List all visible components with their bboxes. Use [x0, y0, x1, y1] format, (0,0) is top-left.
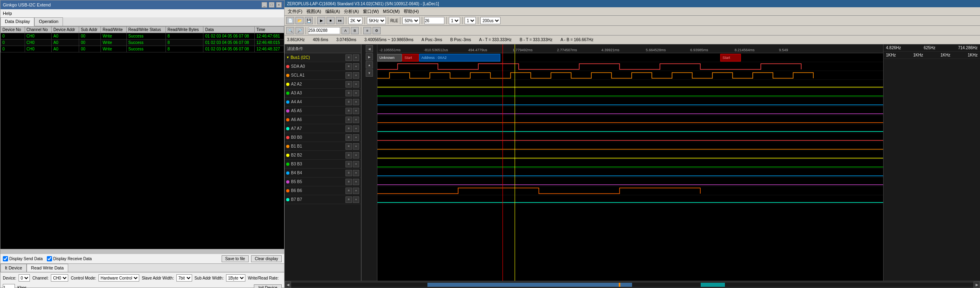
sample-size-select[interactable]: 2K	[348, 17, 362, 24]
signal-settings-icon[interactable]: ≡	[346, 63, 352, 70]
tab-read-write-data[interactable]: Read Write Data	[27, 264, 68, 272]
tb2-zoom-out[interactable]: 🔎	[295, 27, 304, 34]
signal-item-A2[interactable]: A2 A2≡×	[285, 80, 361, 89]
signal-item-B3[interactable]: B3 B3≡×	[285, 160, 361, 169]
tb-play-icon[interactable]: ▶	[317, 17, 325, 24]
signal-close-icon[interactable]: ×	[353, 90, 359, 96]
control-mode-select[interactable]: Hardware Control	[98, 274, 139, 282]
ctrl-down[interactable]: ▼	[366, 69, 373, 77]
signal-item-A5[interactable]: A5 A5≡×	[285, 106, 361, 115]
signal-close-icon[interactable]: ×	[353, 63, 359, 70]
channel-count2-select[interactable]: 1	[465, 17, 476, 24]
tb2-cursor-a[interactable]: A	[341, 27, 350, 34]
sub-addr-select[interactable]: 1Byte	[226, 274, 245, 282]
signal-item-SDA[interactable]: SDA A0≡×	[285, 62, 361, 71]
signal-close-icon[interactable]: ×	[353, 152, 359, 159]
init-device-button[interactable]: Init Device	[254, 284, 282, 288]
menu-mso[interactable]: MSO(M)	[381, 9, 402, 14]
tab-init-device[interactable]: It Device	[0, 264, 27, 272]
channel-select[interactable]: CH0	[51, 274, 68, 282]
signal-settings-icon[interactable]: ≡	[346, 108, 352, 114]
signal-item-B1[interactable]: B1 B1≡×	[285, 142, 361, 151]
tb2-zoom-in[interactable]: 🔍	[286, 27, 294, 34]
signal-item-B7[interactable]: B7 B7≡×	[285, 195, 361, 204]
signal-item-A7[interactable]: A7 A7≡×	[285, 124, 361, 133]
tb-step-icon[interactable]: ⏭	[336, 17, 344, 24]
menu-view[interactable]: 视图(A)	[305, 8, 323, 15]
ctrl-expand[interactable]: ▶	[366, 53, 373, 61]
tb-save-icon[interactable]: 💾	[305, 17, 313, 24]
signal-settings-icon[interactable]: ≡	[346, 170, 352, 176]
position-input[interactable]	[308, 27, 340, 34]
signal-settings-icon[interactable]: ≡	[346, 81, 352, 88]
signal-item-B0[interactable]: B0 B0≡×	[285, 133, 361, 142]
bus1-settings-icon[interactable]: ≡	[346, 54, 352, 61]
signal-settings-icon[interactable]: ≡	[346, 188, 352, 194]
signal-close-icon[interactable]: ×	[353, 99, 359, 105]
scroll-track[interactable]	[291, 283, 974, 287]
signal-close-icon[interactable]: ×	[353, 72, 359, 79]
bus1-close-icon[interactable]: ×	[353, 54, 359, 61]
tb-stop-icon[interactable]: ■	[327, 17, 335, 24]
signal-item-A4[interactable]: A4 A4≡×	[285, 98, 361, 106]
menu-help[interactable]: 帮助(H)	[402, 8, 420, 15]
ctrl-up[interactable]: ▲	[366, 61, 373, 69]
signal-settings-icon[interactable]: ≡	[346, 117, 352, 123]
signal-close-icon[interactable]: ×	[353, 161, 359, 167]
tb2-settings-icon[interactable]: ⚙	[373, 27, 381, 34]
signal-close-icon[interactable]: ×	[353, 179, 359, 185]
tab-data-display[interactable]: Data Display	[0, 17, 34, 26]
menu-window[interactable]: 窗口(W)	[361, 8, 381, 15]
signal-item-B4[interactable]: B4 B4≡×	[285, 169, 361, 177]
signal-close-icon[interactable]: ×	[353, 108, 359, 114]
tb-open-icon[interactable]: 📂	[295, 17, 304, 24]
signal-item-SCL[interactable]: SCL A1≡×	[285, 71, 361, 80]
device-select[interactable]: 0	[19, 274, 30, 282]
minimize-button[interactable]: _	[262, 2, 267, 8]
maximize-button[interactable]: □	[269, 2, 274, 8]
signal-item-B2[interactable]: B2 B2≡×	[285, 151, 361, 160]
scroll-thumb[interactable]	[427, 283, 632, 287]
horizontal-scrollbar[interactable]	[0, 249, 284, 254]
menu-edit[interactable]: 编辑(A)	[324, 8, 342, 15]
tb2-filter-icon[interactable]: ≡	[363, 27, 371, 34]
menu-file[interactable]: 文件(F)	[286, 8, 304, 15]
channel-count-select[interactable]: 1	[449, 17, 460, 24]
signal-item-B5[interactable]: B5 B5≡×	[285, 177, 361, 186]
tb-new-icon[interactable]: 📄	[286, 17, 294, 24]
signal-item-A6[interactable]: A6 A6≡×	[285, 115, 361, 124]
signal-close-icon[interactable]: ×	[353, 170, 359, 176]
signal-settings-icon[interactable]: ≡	[346, 125, 352, 132]
signal-close-icon[interactable]: ×	[353, 134, 359, 141]
sample-rate-select[interactable]: 5KHz	[367, 17, 386, 24]
save-to-file-button[interactable]: Save to file	[222, 255, 249, 262]
signal-settings-icon[interactable]: ≡	[346, 152, 352, 159]
signal-settings-icon[interactable]: ≡	[346, 99, 352, 105]
signal-item-B6[interactable]: B6 B6≡×	[285, 186, 361, 195]
signal-close-icon[interactable]: ×	[353, 117, 359, 123]
signal-settings-icon[interactable]: ≡	[346, 90, 352, 96]
signal-settings-icon[interactable]: ≡	[346, 143, 352, 150]
trigger-mode-select[interactable]: 50%	[402, 17, 420, 24]
nav-left-icon[interactable]: ◀	[285, 282, 291, 288]
ctrl-collapse[interactable]: ◀	[366, 45, 373, 52]
menu-analyze[interactable]: 分析(A)	[342, 8, 360, 15]
signal-item-A3[interactable]: A3 A3≡×	[285, 89, 361, 98]
trigger-level-input[interactable]	[424, 17, 444, 24]
signal-settings-icon[interactable]: ≡	[346, 161, 352, 167]
display-receive-checkbox[interactable]	[47, 256, 52, 261]
signal-settings-icon[interactable]: ≡	[346, 196, 352, 203]
bus1-signal-item[interactable]: ▼ Bus1 (I2C) ≡ ×	[285, 53, 361, 62]
time-div-select[interactable]: 200us	[480, 17, 500, 24]
slave-addr-select[interactable]: 7bit	[176, 274, 192, 282]
display-send-checkbox[interactable]	[3, 256, 8, 261]
close-button[interactable]: ×	[276, 2, 282, 8]
signal-close-icon[interactable]: ×	[353, 81, 359, 88]
write-read-rate-input[interactable]	[3, 284, 15, 288]
signal-close-icon[interactable]: ×	[353, 143, 359, 150]
tab-operation[interactable]: Operation	[34, 17, 63, 26]
tb2-cursor-b[interactable]: B	[351, 27, 359, 34]
nav-right-icon[interactable]: ▶	[974, 282, 980, 288]
signal-close-icon[interactable]: ×	[353, 196, 359, 203]
help-menu[interactable]: Help	[3, 11, 12, 16]
